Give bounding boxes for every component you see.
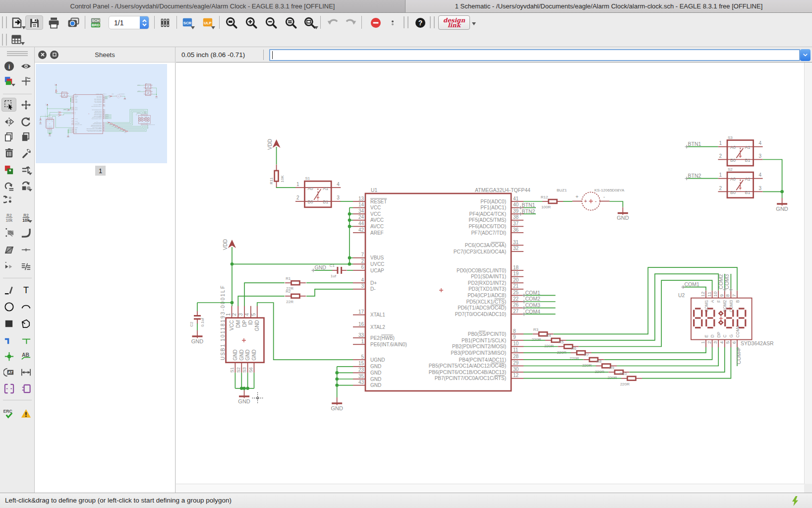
vertical-scrollbar[interactable] — [804, 63, 812, 484]
horizontal-scrollbar[interactable] — [176, 484, 804, 493]
net-label-com4[interactable]: COM4 — [522, 309, 540, 316]
options-dots-button[interactable] — [389, 19, 397, 27]
help-button[interactable]: ? — [414, 17, 426, 29]
mark-origin-tool-button[interactable] — [18, 74, 33, 88]
print-button[interactable] — [47, 16, 60, 30]
run-ulp-caret-icon[interactable] — [211, 26, 215, 29]
component-u1[interactable]: U1ATMEGA32U4-TQFP4413RESET14VCC34VCC24AV… — [353, 187, 530, 391]
change-wrench-tool-button[interactable] — [18, 146, 33, 160]
component-s3[interactable]: S31423A0A1B0B1 — [718, 135, 763, 166]
sch-brd-toggle-button[interactable]: SCHBRD — [90, 17, 101, 28]
supply-vdd[interactable]: VDD — [267, 138, 281, 150]
sheet-thumbnail[interactable] — [36, 64, 167, 163]
supply-gnd[interactable]: GND — [238, 390, 250, 404]
supply-vdd[interactable]: VDD — [222, 239, 236, 250]
value-tool-caret-icon[interactable] — [28, 220, 32, 223]
tab-schematic[interactable]: 1 Schematic - /Users/oyvdahl/Documents/e… — [406, 0, 812, 13]
zoom-fit-button[interactable] — [225, 16, 238, 29]
command-history-dropdown[interactable] — [800, 49, 811, 61]
net-label-btn1[interactable]: BTN1 — [685, 141, 701, 148]
move-tool-button[interactable] — [18, 98, 33, 112]
layer-settings-button[interactable] — [160, 17, 171, 28]
design-link-button[interactable]: designlink — [438, 15, 470, 30]
schematic-canvas[interactable]: U1ATMEGA32U4-TQFP4413RESET14VCC34VCC24AV… — [176, 63, 804, 484]
gateswap-caret-icon[interactable] — [28, 189, 32, 191]
sheet-page-selector[interactable]: 1/1 — [109, 16, 149, 29]
command-input[interactable] — [269, 49, 800, 61]
sheet-page-stepper[interactable] — [140, 16, 149, 29]
pinswap-caret-icon[interactable] — [28, 173, 32, 175]
invoke-tool-button[interactable] — [1, 259, 16, 273]
component-r10[interactable]: R10220R — [620, 372, 642, 386]
component-usb1[interactable]: 1VCC2DM3DP4ID5GNDS1GNDS2GNDS3GNDS6GND101… — [220, 286, 264, 373]
zoom-out-button[interactable] — [265, 16, 278, 29]
replace-tool-button[interactable] — [1, 179, 16, 193]
component-r11[interactable]: R1110K — [269, 165, 285, 188]
slice-tool-button[interactable] — [1, 192, 16, 206]
show-eye-tool-button[interactable] — [18, 59, 33, 73]
sheet-1-chip[interactable]: 1 — [95, 166, 106, 176]
info-tool-button[interactable]: i — [1, 59, 16, 73]
circle-tool-button[interactable] — [1, 300, 16, 314]
arc-tool-button[interactable] — [18, 300, 33, 314]
rect-tool-button[interactable] — [1, 317, 16, 330]
grid-caret-icon[interactable] — [21, 42, 25, 45]
net-label-com1[interactable]: COM1 — [682, 281, 699, 289]
component-r12[interactable]: R12100R — [541, 195, 563, 210]
label-tool-button[interactable]: AB — [18, 349, 33, 363]
tab-control-panel[interactable]: Control Panel - /Users/oyvdahl/Documents… — [0, 0, 406, 13]
zoom-in-button[interactable] — [245, 16, 258, 29]
junction-tool-button[interactable] — [1, 349, 16, 363]
name-tool-button[interactable]: R210k — [1, 210, 16, 224]
component-c1[interactable]: C11uf — [330, 263, 347, 278]
optimize-tool-button[interactable] — [18, 243, 33, 256]
net-label-btn2[interactable]: BTN2 — [519, 208, 535, 216]
supply-gnd[interactable]: GND — [776, 198, 788, 212]
component-buz1[interactable]: +-+-BUZ1KS-12065D08YA — [557, 188, 625, 210]
add-part-tool-button[interactable] — [1, 163, 16, 177]
net-tool-button[interactable] — [18, 333, 33, 347]
frame2-tool-button[interactable] — [18, 381, 33, 395]
mirror-tool-button[interactable] — [1, 115, 16, 128]
save-button[interactable] — [25, 15, 43, 30]
toolbar-drag-handle[interactable] — [2, 34, 7, 46]
toolbar-drag-handle[interactable] — [2, 16, 7, 28]
stop-button[interactable] — [370, 17, 382, 29]
net-label-com3[interactable]: COM3 — [724, 274, 733, 292]
array-tool-button[interactable] — [18, 259, 33, 273]
image-export-button[interactable] — [66, 16, 80, 30]
wire-tool-button[interactable] — [1, 283, 16, 297]
net-label-btn2[interactable]: BTN2 — [685, 173, 701, 180]
split-tool-button[interactable] — [1, 243, 16, 256]
toolbar-drag-handle[interactable] — [430, 16, 435, 28]
miter-tool-button[interactable] — [18, 226, 33, 240]
zoom-select-caret-icon[interactable] — [314, 26, 318, 29]
component-s1[interactable]: S11423A0A1B0B1 — [295, 176, 341, 207]
erc-tool-button[interactable]: ERC — [1, 406, 16, 420]
design-link-caret-icon[interactable] — [472, 22, 476, 25]
supply-gnd[interactable]: GND — [331, 397, 343, 411]
zoom-redraw-button[interactable] — [285, 16, 297, 29]
display-layers-caret-icon[interactable] — [11, 84, 15, 86]
attribute-tool-button[interactable]: AT — [1, 365, 16, 379]
net-label-com4[interactable]: COM4 — [736, 347, 742, 365]
component-r2[interactable]: R222R — [285, 289, 306, 304]
redo-button[interactable] — [344, 16, 357, 29]
net-label-gnd[interactable]: GND — [312, 264, 327, 272]
dimension-tool-button[interactable] — [18, 365, 33, 379]
errors-tool-button[interactable] — [18, 406, 33, 420]
component-u2-display[interactable]: U2SYD3642ASR12COM111A10F9COM28COM37B1E2D… — [678, 290, 774, 347]
smash-tool-button[interactable] — [1, 226, 16, 240]
delete-trash-tool-button[interactable] — [1, 146, 16, 160]
polygon-tool-button[interactable] — [18, 317, 33, 330]
toolbar-drag-handle[interactable] — [404, 16, 408, 28]
palette-drag-handle[interactable] — [7, 51, 28, 56]
bus-tool-button[interactable] — [1, 333, 16, 347]
paste-tool-button[interactable] — [18, 130, 33, 144]
component-r1[interactable]: R122R — [285, 276, 306, 291]
supply-gnd[interactable]: GND — [617, 207, 629, 221]
rotate-tool-button[interactable] — [18, 115, 33, 128]
copy-tool-button[interactable] — [1, 130, 16, 144]
run-script-caret-icon[interactable] — [191, 26, 195, 29]
component-s2[interactable]: S21423A0A1B0B1 — [718, 167, 763, 198]
